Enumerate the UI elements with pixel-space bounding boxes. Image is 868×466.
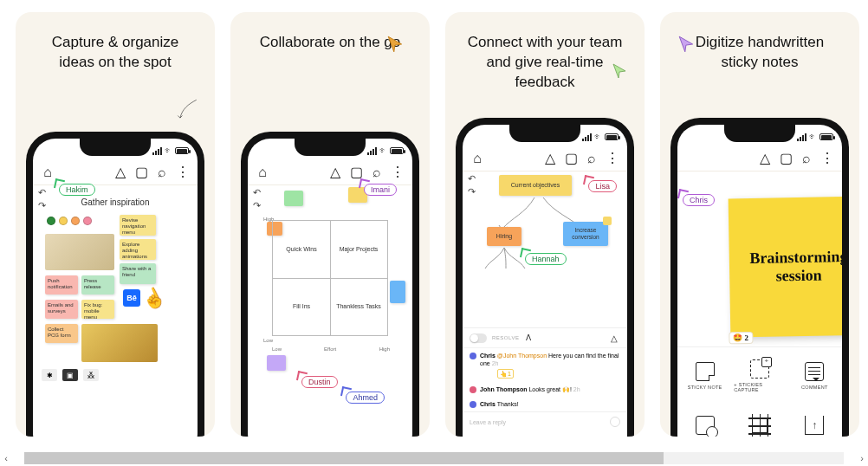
- screenshot-gallery[interactable]: Capture & organize ideas on the spot ᯤ ⌂…: [0, 0, 868, 438]
- thumb[interactable]: ▣: [62, 369, 78, 381]
- bell-icon[interactable]: △: [114, 166, 126, 178]
- handwritten-sticky[interactable]: Brainstorming session 🤩 2: [729, 197, 842, 338]
- bell-icon[interactable]: △: [608, 332, 620, 344]
- undo-redo[interactable]: ↶ ↷: [253, 187, 261, 211]
- mindmap-connectors: [480, 246, 532, 281]
- scroll-right-arrow[interactable]: ›: [856, 453, 868, 463]
- mindmap-node[interactable]: Increase conversion: [563, 222, 608, 246]
- redo-icon[interactable]: ↷: [253, 200, 261, 211]
- thumbnail-row[interactable]: ✱ ▣ ⁂: [42, 369, 99, 381]
- axis-label: Effort: [324, 346, 336, 352]
- undo-redo[interactable]: ↶ ↷: [468, 173, 476, 197]
- search-icon[interactable]: ⌕: [586, 152, 598, 165]
- bell-icon[interactable]: △: [759, 152, 771, 165]
- image-card[interactable]: [81, 324, 158, 362]
- sticky-note[interactable]: [390, 281, 405, 303]
- comment-text: Looks great 🙌!: [528, 386, 571, 392]
- attach-icon[interactable]: [610, 417, 620, 427]
- frame-icon[interactable]: ▢: [135, 166, 147, 178]
- axis-label: Low: [272, 346, 282, 352]
- sticky-note[interactable]: [267, 355, 286, 371]
- sticky-note[interactable]: Explore adding animations: [120, 239, 156, 260]
- matrix-cell: Thankless Tasks: [330, 278, 387, 335]
- panel-collaborate: Collaborate on the go ᯤ ⌂ △ ▢ ⌕ ⋮: [230, 12, 430, 437]
- mindmap-node[interactable]: Hiring: [487, 227, 521, 246]
- reply-input[interactable]: Leave a reply: [463, 411, 627, 431]
- tool-label: COMMENT: [801, 385, 828, 390]
- panel-title: Connect with your team and give real-tim…: [445, 12, 645, 100]
- tool-shape[interactable]: SHAPE: [677, 405, 732, 437]
- phone-notch: [80, 139, 151, 156]
- comment-badge[interactable]: [603, 217, 612, 225]
- scrollbar-thumb[interactable]: [24, 452, 664, 464]
- reaction-count: 2: [744, 333, 748, 342]
- undo-redo[interactable]: ↶ ↷: [38, 187, 46, 211]
- reaction-badge[interactable]: 🤩 2: [729, 332, 753, 344]
- sticky-note[interactable]: Emails and surveys: [45, 300, 78, 319]
- search-icon[interactable]: ⌕: [371, 166, 383, 178]
- more-icon[interactable]: ⋮: [821, 152, 833, 165]
- scrollbar-track[interactable]: [24, 452, 844, 464]
- home-icon[interactable]: ⌂: [471, 152, 483, 165]
- priority-matrix[interactable]: Quick Wins Major Projects Fill Ins Thank…: [272, 220, 388, 336]
- sticky-note[interactable]: [284, 191, 303, 206]
- sticky-note[interactable]: Push notification: [45, 275, 78, 294]
- app-toolbar: ⌂ △ ▢ ⌕ ⋮: [248, 159, 412, 185]
- axis-label: Low: [263, 338, 273, 343]
- more-icon[interactable]: ⋮: [392, 166, 404, 178]
- canvas[interactable]: ↶ ↷ Hakim Gather inspiration Revise navi…: [33, 185, 198, 437]
- search-icon[interactable]: ⌕: [800, 152, 813, 165]
- matrix-cell: Major Projects: [330, 221, 387, 278]
- sticky-note[interactable]: Press release: [81, 275, 114, 294]
- horizontal-scrollbar[interactable]: ‹ ›: [0, 450, 868, 466]
- wifi-icon: ᯤ: [165, 146, 172, 155]
- mindmap-root[interactable]: Current objectives: [499, 175, 572, 196]
- arrow-cursor-green-icon: [612, 62, 629, 80]
- bell-icon[interactable]: △: [329, 166, 341, 178]
- thumb[interactable]: ⁂: [83, 369, 99, 381]
- canvas[interactable]: ↶ ↷ Current objectives Lisa Hiring Incre…: [463, 172, 627, 437]
- frame-icon[interactable]: ▢: [350, 166, 362, 178]
- behance-icon[interactable]: Bē: [123, 289, 140, 307]
- reaction-stamp[interactable]: 👆1: [497, 369, 514, 379]
- scroll-left-arrow[interactable]: ‹: [0, 453, 12, 463]
- canvas[interactable]: Chris Brainstorming session 🤩 2 STICKY N…: [677, 172, 842, 437]
- image-card[interactable]: [45, 234, 114, 270]
- comment-thread[interactable]: RESOLVE ᐱ △ Chris @John Thompson Here yo…: [463, 327, 627, 437]
- thumb[interactable]: ✱: [42, 369, 57, 381]
- frame-icon[interactable]: ▢: [565, 152, 577, 165]
- more-icon[interactable]: ⋮: [177, 166, 189, 178]
- search-icon[interactable]: ⌕: [156, 166, 168, 178]
- comment: John Thompson Looks great 🙌! 2h: [463, 382, 627, 397]
- sticky-note[interactable]: Revise navigation menu: [120, 215, 156, 236]
- matrix-cell: Fill Ins: [273, 278, 330, 335]
- tool-frame[interactable]: FRAME: [732, 405, 787, 437]
- resolve-toggle[interactable]: [470, 333, 487, 343]
- sticky-note[interactable]: Share with a friend: [120, 263, 156, 284]
- color-palette[interactable]: [47, 217, 92, 225]
- canvas[interactable]: ↶ ↷ Imani High Low Low High Effort Quick…: [248, 185, 412, 437]
- thread-up-icon[interactable]: ᐱ: [524, 333, 533, 342]
- redo-icon[interactable]: ↷: [38, 200, 46, 211]
- panel-digitize: Digitize handwritten sticky notes ᯤ △ ▢ …: [660, 12, 859, 437]
- tool-comment[interactable]: COMMENT: [787, 347, 842, 405]
- undo-icon[interactable]: ↶: [468, 173, 476, 184]
- frame-icon[interactable]: ▢: [780, 152, 792, 165]
- sticky-note[interactable]: Collect PCG form: [45, 324, 78, 343]
- sticky-note[interactable]: Fix bug: mobile menu: [81, 300, 114, 319]
- bell-icon[interactable]: △: [544, 152, 556, 165]
- undo-icon[interactable]: ↶: [38, 187, 46, 198]
- tool-stickies-capture[interactable]: + STICKIES CAPTURE: [732, 347, 787, 405]
- pointing-hand-icon: ☝️: [139, 283, 170, 314]
- home-icon[interactable]: ⌂: [42, 166, 54, 178]
- cursor-bubble: Hakim: [59, 184, 95, 196]
- mention[interactable]: @John Thompson: [497, 353, 547, 359]
- app-toolbar: △ ▢ ⌕ ⋮: [677, 146, 842, 172]
- undo-icon[interactable]: ↶: [253, 187, 261, 198]
- tool-sticky-note[interactable]: STICKY NOTE: [677, 347, 732, 405]
- tool-upload[interactable]: UPLOAD: [787, 405, 842, 437]
- more-icon[interactable]: ⋮: [606, 152, 619, 165]
- avatar: [470, 401, 476, 408]
- home-icon[interactable]: ⌂: [256, 166, 269, 178]
- redo-icon[interactable]: ↷: [468, 186, 476, 197]
